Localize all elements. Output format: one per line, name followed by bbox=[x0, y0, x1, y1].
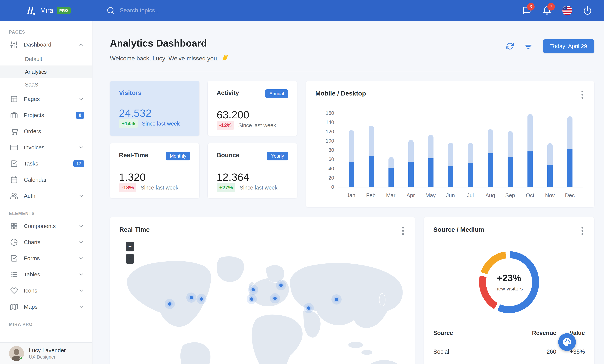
map-zoom-out-button[interactable]: − bbox=[126, 254, 134, 264]
sidebar-subitem-analytics[interactable]: Analytics bbox=[0, 65, 92, 78]
chevron-up-icon bbox=[78, 42, 84, 48]
sidebar-item-calendar[interactable]: Calendar bbox=[0, 172, 92, 188]
map-zoom-in-button[interactable]: + bbox=[126, 242, 134, 251]
sidebar-item-label: Maps bbox=[24, 304, 78, 310]
bar-jun bbox=[448, 143, 453, 187]
briefcase-icon bbox=[10, 112, 18, 119]
map-marker bbox=[278, 282, 284, 288]
avatar bbox=[9, 346, 24, 361]
map-menu-kebab[interactable] bbox=[399, 226, 407, 236]
sidebar-item-label: Tables bbox=[24, 271, 78, 278]
stat-delta-badge: +27% bbox=[217, 183, 235, 192]
cell-value: -12% bbox=[556, 361, 585, 364]
subitem-label: SaaS bbox=[25, 82, 38, 88]
sidebar-item-label: Tasks bbox=[24, 160, 73, 167]
navbar-search bbox=[107, 6, 217, 15]
y-tick-label: 20 bbox=[328, 175, 334, 181]
bar-oct bbox=[528, 114, 533, 187]
sidebar-item-pages[interactable]: Pages bbox=[0, 91, 92, 107]
stat-delta-badge: +14% bbox=[119, 119, 138, 128]
world-map[interactable] bbox=[110, 240, 415, 364]
cell-source: Social bbox=[433, 343, 511, 361]
sidebar-item-label: Pages bbox=[24, 96, 78, 102]
sidebar-item-forms[interactable]: Forms bbox=[0, 250, 92, 266]
chevron-down-icon bbox=[78, 193, 84, 199]
chevron-down-icon bbox=[78, 239, 84, 245]
chevron-down-icon bbox=[78, 223, 84, 229]
stat-value: 12.364 bbox=[217, 171, 288, 183]
sidebar-item-maps[interactable]: Maps bbox=[0, 299, 92, 315]
sidebar-item-auth[interactable]: Auth bbox=[0, 188, 92, 204]
map-card-title: Real-Time bbox=[119, 226, 405, 233]
sliders-icon bbox=[10, 41, 18, 48]
search-input[interactable] bbox=[120, 7, 217, 14]
period-pill: Monthly bbox=[166, 151, 190, 160]
sidebar-item-components[interactable]: Components bbox=[0, 218, 92, 234]
sidebar-item-orders[interactable]: Orders bbox=[0, 123, 92, 139]
palette-icon bbox=[562, 337, 572, 347]
sidebar-item-label: Dashboard bbox=[24, 41, 78, 48]
period-pill: Annual bbox=[265, 89, 288, 98]
header-divider bbox=[110, 72, 594, 72]
map-marker bbox=[188, 295, 194, 301]
refresh-button[interactable] bbox=[506, 42, 514, 50]
stat-caption: Since last week bbox=[239, 185, 277, 191]
x-tick-label: Apr bbox=[408, 192, 413, 199]
stat-delta-badge: -18% bbox=[119, 183, 136, 192]
y-tick-label: 80 bbox=[328, 147, 334, 153]
bar-sep bbox=[508, 131, 513, 187]
form-check-icon bbox=[10, 255, 18, 262]
filter-button[interactable] bbox=[524, 42, 532, 50]
map-icon bbox=[10, 303, 18, 311]
source-menu-kebab[interactable] bbox=[579, 226, 586, 236]
logout-power-button[interactable] bbox=[582, 5, 593, 16]
messages-badge: 3 bbox=[527, 3, 535, 11]
sidebar-item-projects[interactable]: Projects 8 bbox=[0, 107, 92, 123]
stat-card-bounce: Bounce Yearly 12.364 +27% Since last wee… bbox=[208, 143, 297, 198]
world-map-svg bbox=[110, 240, 415, 364]
sidebar-user-footer[interactable]: Lucy Lavender UX Designer bbox=[0, 342, 92, 364]
y-tick-label: 100 bbox=[326, 138, 334, 144]
page-title: Analytics Dashboard bbox=[110, 38, 228, 49]
stats-grid: Visitors 24.532 +14% Since last week Act… bbox=[110, 81, 297, 207]
stat-value: 1.320 bbox=[119, 171, 190, 183]
sidebar-subitem-saas[interactable]: SaaS bbox=[0, 78, 92, 91]
sidebar-item-invoices[interactable]: Invoices bbox=[0, 139, 92, 156]
list-icon bbox=[10, 271, 18, 278]
sidebar-item-charts[interactable]: Charts bbox=[0, 234, 92, 250]
table-row: Search Engines 125 -12% bbox=[433, 361, 585, 364]
sidebar-item-tables[interactable]: Tables bbox=[0, 266, 92, 283]
stat-title: Bounce bbox=[217, 151, 239, 159]
map-marker bbox=[199, 296, 204, 302]
stat-value: 24.532 bbox=[119, 107, 190, 119]
x-tick-label: Jun bbox=[448, 192, 453, 199]
sidebar-item-label: Invoices bbox=[24, 144, 78, 151]
chart-menu-kebab[interactable] bbox=[579, 89, 586, 100]
y-tick-label: 40 bbox=[328, 166, 334, 172]
x-tick-label: Oct bbox=[528, 192, 533, 199]
x-tick-label: Jul bbox=[468, 192, 473, 199]
sidebar-item-tasks[interactable]: Tasks 17 bbox=[0, 156, 92, 172]
sidebar: PAGES Dashboard Default Analytics SaaS P… bbox=[0, 21, 92, 364]
user-name: Lucy Lavender bbox=[29, 347, 66, 353]
chevron-down-icon bbox=[78, 304, 84, 310]
stat-title: Activity bbox=[217, 89, 239, 96]
tasks-count-badge: 17 bbox=[73, 160, 84, 167]
chevron-down-icon bbox=[78, 96, 84, 102]
sidebar-subitem-default[interactable]: Default bbox=[0, 53, 92, 65]
theme-palette-fab[interactable] bbox=[558, 333, 576, 351]
language-flag-button[interactable] bbox=[562, 5, 572, 16]
sidebar-item-icons[interactable]: Icons bbox=[0, 283, 92, 299]
chevron-down-icon bbox=[78, 288, 84, 294]
x-tick-label: Jan bbox=[348, 192, 353, 199]
today-date-button[interactable]: Today: April 29 bbox=[543, 39, 594, 53]
notifications-button[interactable]: 7 bbox=[542, 5, 552, 16]
sidebar-item-label: Components bbox=[24, 223, 78, 229]
messages-button[interactable]: 3 bbox=[521, 5, 532, 16]
brand[interactable]: Mira PRO bbox=[0, 6, 92, 15]
x-tick-label: Mar bbox=[388, 192, 393, 199]
period-pill: Yearly bbox=[267, 151, 288, 160]
sidebar-item-dashboard[interactable]: Dashboard bbox=[0, 37, 92, 53]
sidebar-item-label: Projects bbox=[24, 112, 76, 118]
stat-card-visitors: Visitors 24.532 +14% Since last week bbox=[110, 81, 199, 136]
